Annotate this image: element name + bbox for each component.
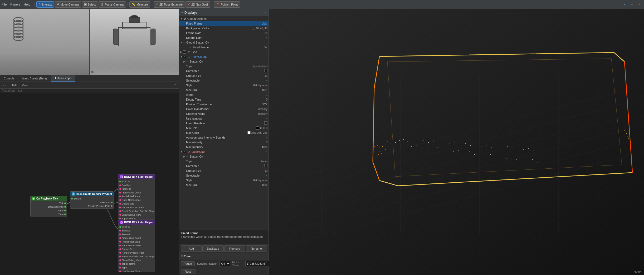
tree-row-ls-topic[interactable]: Topic /scan xyxy=(179,159,269,164)
rename-button[interactable]: Rename xyxy=(246,245,267,252)
port-frame-label: Frame xyxy=(57,209,64,212)
tree-row-alpha[interactable]: Alpha 1 xyxy=(179,92,269,97)
tab-console[interactable]: Console xyxy=(0,75,18,82)
measure-icon: 📏 xyxy=(132,3,135,6)
pause-button[interactable]: Pause xyxy=(181,261,195,266)
check-invert[interactable] xyxy=(264,121,267,125)
tree-row-max-intensity[interactable]: Max Intensity 4096 xyxy=(179,145,269,149)
interact-button[interactable]: ↖ Interact xyxy=(36,1,54,8)
add-button[interactable]: Add xyxy=(181,245,202,252)
check-grid[interactable] xyxy=(183,50,186,54)
tree-row-unreliable[interactable]: Unreliable xyxy=(179,69,269,73)
tree-row-selectable[interactable]: Selectable ✓ xyxy=(179,78,269,83)
interact-icon: ↖ xyxy=(39,3,41,6)
displays-close-icon[interactable]: ✕ xyxy=(265,11,267,14)
tree-row-fixed-frame-status[interactable]: ✓ Fixed Frame OK xyxy=(179,45,269,50)
ag-canvas[interactable]: ▶ On Playback Tick Tick Delta Seconds xyxy=(0,93,179,272)
minus-icon-button[interactable]: − xyxy=(629,1,635,8)
3d-view[interactable]: 26 fps xyxy=(269,9,644,275)
select-button[interactable]: ▣ Select xyxy=(82,1,98,8)
ag-help-icon[interactable]: ? xyxy=(173,83,177,87)
node-on-playback-tick[interactable]: ▶ On Playback Tick Tick Delta Seconds xyxy=(30,196,67,217)
check-pc2[interactable] xyxy=(183,55,186,58)
arrow-grid[interactable] xyxy=(180,51,183,53)
tab-isaac-assets[interactable]: Isaac Assets (Beta) xyxy=(18,75,51,82)
reset-button[interactable]: Reset xyxy=(181,269,196,274)
arrow-ls[interactable] xyxy=(180,150,183,153)
tree-row-laserscan[interactable]: ⟳ LaserScan ✓ xyxy=(179,149,269,154)
move-camera-button[interactable]: ✥ Move Camera xyxy=(55,1,81,8)
tree-row-ls-unreliable[interactable]: Unreliable xyxy=(179,164,269,168)
node-ros1-lidar-2[interactable]: ⬡ ROS1 RTX Lidar Helper Exec In Enabled xyxy=(118,220,155,272)
menu-panels[interactable]: Panels xyxy=(10,3,20,6)
add-icon-button[interactable]: + xyxy=(621,1,628,8)
svg-rect-100 xyxy=(627,136,628,136)
tree-row-invert-rainbow[interactable]: Invert Rainbow xyxy=(179,121,269,126)
node-icon-render: ⚙ xyxy=(72,192,75,196)
close-icon-button[interactable]: ✕ xyxy=(636,1,642,8)
svg-rect-82 xyxy=(497,146,497,146)
check-ls[interactable] xyxy=(183,150,186,153)
tree-row-ls-size[interactable]: Size (m) 0.04 xyxy=(179,183,269,187)
check-ls-unreliable[interactable] xyxy=(264,164,267,167)
measure-button[interactable]: 📏 Measure xyxy=(129,1,150,8)
focus-camera-button[interactable]: ◎ Focus Camera xyxy=(99,1,126,8)
icon-pc2: ⬡ xyxy=(187,55,191,59)
tree-row-default-light[interactable]: Default Light ✓ xyxy=(179,35,269,40)
tree-row-style[interactable]: Style Flat Squares xyxy=(179,83,269,88)
tree-row-ls-style[interactable]: Style Flat Squares xyxy=(179,178,269,183)
tab-action-graph[interactable]: Action Graph xyxy=(51,75,75,82)
publish-point-button[interactable]: 📍 Publish Point xyxy=(214,1,240,8)
time-collapse-icon[interactable]: ⊞ xyxy=(181,255,183,258)
tree-arrow-global[interactable] xyxy=(180,17,183,20)
port-l1-label9: Reset Emulation Erro On Stop xyxy=(122,210,154,212)
tree-row-pc2-status[interactable]: ✓ Status: Ok xyxy=(179,59,269,64)
tree-row-bg-color[interactable]: Background Color 48; 48; 48 xyxy=(179,26,269,31)
svg-rect-41 xyxy=(443,150,443,151)
2d-nav-button[interactable]: ✓ 2D Nav Goal xyxy=(186,1,210,8)
displays-scroll[interactable]: ⚙ Global Options Fixed Frame Lidar Backg… xyxy=(179,16,269,230)
tree-row-ls-queue[interactable]: Queue Size 10 xyxy=(179,168,269,173)
tree-row-fixed-frame[interactable]: Fixed Frame Lidar xyxy=(179,21,269,26)
tree-row-color-trans[interactable]: Color Transformer Intensity xyxy=(179,107,269,111)
tree-row-ls-status[interactable]: ✓ Status: Ok xyxy=(179,154,269,159)
remove-button[interactable]: Remove xyxy=(224,245,245,252)
tree-row-ls-selectable[interactable]: Selectable ✓ xyxy=(179,173,269,178)
tree-row-decay[interactable]: Decay Time 0 xyxy=(179,97,269,102)
arrow-pc2s[interactable] xyxy=(183,60,186,63)
tree-row-pos-trans[interactable]: Position Transformer XYZ xyxy=(179,102,269,107)
tree-row-pc2[interactable]: ⬡ PointCloud2 xyxy=(179,54,269,59)
tree-row-min-color[interactable]: Min Color 0; 0; 0 xyxy=(179,126,269,130)
node-isaac-render[interactable]: ⚙ Isaac Create Render Product Exec In Ex… xyxy=(70,191,114,209)
sync-select[interactable]: Off xyxy=(219,261,230,266)
arrow-pc2[interactable] xyxy=(180,55,183,58)
menu-help[interactable]: Help xyxy=(24,3,30,6)
tree-row-topic[interactable]: Topic /point_cloud xyxy=(179,64,269,69)
check-unreliable[interactable] xyxy=(264,69,267,72)
arrow-global-status[interactable] xyxy=(180,41,183,44)
tree-row-min-intensity[interactable]: Min Intensity 0 xyxy=(179,140,269,145)
tree-row-global-status[interactable]: ✓ Global Status: Ok xyxy=(179,40,269,45)
tree-row-queue[interactable]: Queue Size 10 xyxy=(179,73,269,78)
2d-pose-button[interactable]: ✓ 2D Pose Estimate xyxy=(154,1,185,8)
tree-row-grid[interactable]: ⊞ Grid ✓ xyxy=(179,50,269,54)
time-title: Time xyxy=(184,255,191,258)
duplicate-button[interactable]: Duplicate xyxy=(202,245,223,252)
camera-view-2[interactable]: m xyxy=(90,9,179,75)
tree-row-size[interactable]: Size (m) 0.01 xyxy=(179,88,269,92)
tree-row-global-options[interactable]: ⚙ Global Options xyxy=(179,16,269,21)
ag-view-btn[interactable]: View xyxy=(20,83,30,87)
displays-collapse-icon[interactable]: ▼ xyxy=(181,11,183,14)
ag-edit-btn[interactable]: Edit xyxy=(11,83,19,87)
right-panel-3d[interactable]: 26 fps xyxy=(269,9,644,275)
tree-row-channel[interactable]: Channel Name intensity xyxy=(179,111,269,116)
tree-row-frame-rate[interactable]: Frame Rate 30 xyxy=(179,31,269,35)
port-l1-dot11 xyxy=(119,218,121,219)
node-ros1-lidar-1[interactable]: ⬡ ROS1 RTX Lidar Helper Exec In Enabled xyxy=(118,174,155,221)
tree-row-max-color[interactable]: Max Color 255; 255; 255 xyxy=(179,130,269,135)
tree-row-autocompute[interactable]: Autocompute Intensity Bounds ✓ xyxy=(179,135,269,140)
arrow-lss[interactable] xyxy=(183,155,186,158)
camera-view-1[interactable] xyxy=(0,9,90,75)
menu-file[interactable]: File xyxy=(2,3,7,6)
tree-row-use-rainbow[interactable]: Use rainbow ✓ xyxy=(179,116,269,121)
